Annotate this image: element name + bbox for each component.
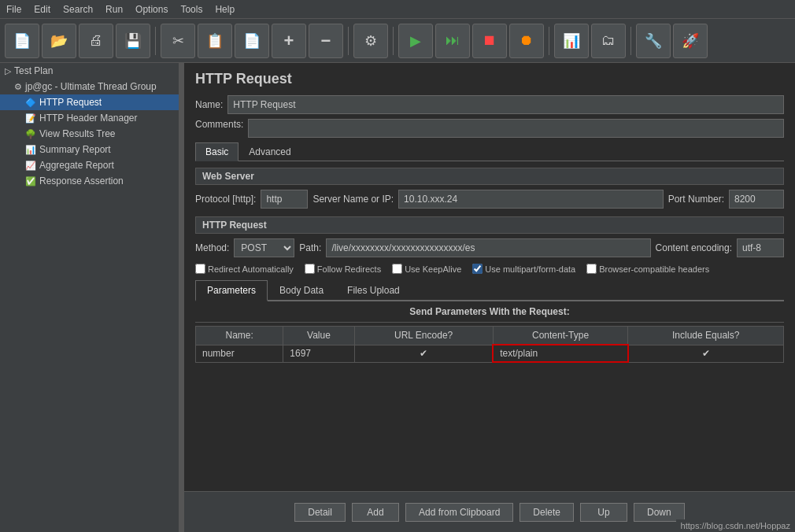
sidebar-item-summary-report[interactable]: 📊 Summary Report bbox=[0, 142, 179, 157]
test-plan-icon: ▷ bbox=[5, 66, 11, 76]
encoding-input[interactable] bbox=[737, 238, 784, 257]
sidebar-item-http-header[interactable]: 📝 HTTP Header Manager bbox=[0, 110, 179, 126]
view-results-icon: 🌳 bbox=[25, 129, 36, 139]
menubar: File Edit Search Run Options Tools Help bbox=[0, 0, 795, 19]
menu-edit[interactable]: Edit bbox=[28, 2, 57, 17]
use-keepalive-checkbox[interactable]: Use KeepAlive bbox=[392, 264, 461, 274]
server-row: Protocol [http]: Server Name or IP: Port… bbox=[195, 190, 784, 209]
new-button[interactable]: 📄 bbox=[5, 24, 39, 58]
toggle-button[interactable]: ⚙ bbox=[353, 24, 388, 58]
server-label: Server Name or IP: bbox=[312, 194, 394, 205]
protocol-input[interactable] bbox=[261, 190, 308, 209]
thread-group-icon: ⚙ bbox=[14, 82, 22, 92]
save-template-button[interactable]: 🖨 bbox=[79, 24, 113, 58]
menu-file[interactable]: File bbox=[0, 2, 28, 17]
sidebar-label-response-assertion: Response Assertion bbox=[39, 175, 124, 187]
browser-compat-checkbox[interactable]: Browser-compatible headers bbox=[586, 264, 709, 274]
cell-url-encode: ✔ bbox=[354, 345, 493, 362]
comments-input[interactable] bbox=[248, 119, 784, 138]
tab-advanced[interactable]: Advanced bbox=[238, 142, 301, 161]
sidebar-label-http-header: HTTP Header Manager bbox=[39, 113, 138, 124]
port-input[interactable] bbox=[729, 190, 784, 209]
tab-basic[interactable]: Basic bbox=[195, 142, 238, 161]
sidebar-label-view-results: View Results Tree bbox=[39, 128, 116, 139]
help-button[interactable]: 🚀 bbox=[673, 24, 708, 58]
name-row: Name: bbox=[195, 95, 784, 114]
use-multipart-checkbox[interactable]: Use multipart/form-data bbox=[472, 264, 575, 274]
sidebar-item-view-results[interactable]: 🌳 View Results Tree bbox=[0, 126, 179, 142]
add-button[interactable]: + bbox=[272, 24, 306, 58]
http-header-icon: 📝 bbox=[25, 113, 36, 124]
aggregate-report-icon: 📈 bbox=[25, 161, 36, 171]
cell-content-type[interactable]: text/plain bbox=[493, 345, 628, 362]
up-button[interactable]: Up bbox=[580, 503, 627, 522]
method-select[interactable]: POST GET PUT DELETE bbox=[234, 238, 294, 257]
redirect-auto-checkbox[interactable]: Redirect Automatically bbox=[195, 264, 294, 274]
sub-tab-files-upload[interactable]: Files Upload bbox=[335, 280, 412, 300]
separator-2 bbox=[348, 27, 349, 55]
sidebar-item-test-plan[interactable]: ▷ Test Plan bbox=[0, 63, 179, 79]
sidebar-item-thread-group[interactable]: ⚙ jp@gc - Ultimate Thread Group bbox=[0, 79, 179, 94]
menu-help[interactable]: Help bbox=[209, 2, 241, 17]
sidebar-item-http-request[interactable]: 🔷 HTTP Request bbox=[0, 94, 179, 110]
menu-run[interactable]: Run bbox=[99, 2, 129, 17]
protocol-label: Protocol [http]: bbox=[195, 194, 256, 205]
paste-button[interactable]: 📄 bbox=[235, 24, 269, 58]
start-no-pause-button[interactable]: ⏭ bbox=[435, 24, 470, 58]
name-label: Name: bbox=[195, 99, 223, 110]
checkbox-row: Redirect Automatically Follow Redirects … bbox=[195, 264, 784, 274]
summary-report-icon: 📊 bbox=[25, 145, 36, 155]
remove-button[interactable]: − bbox=[309, 24, 343, 58]
remote-report-button[interactable]: 🗂 bbox=[591, 24, 626, 58]
content-area: HTTP Request Name: Comments: Basic Advan… bbox=[184, 63, 795, 532]
status-url: https://blog.csdn.net/Hoppaz bbox=[681, 521, 790, 530]
sidebar-label-aggregate-report: Aggregate Report bbox=[39, 160, 114, 171]
separator-1 bbox=[155, 27, 156, 55]
menu-search[interactable]: Search bbox=[57, 2, 99, 17]
delete-button[interactable]: Delete bbox=[520, 503, 574, 522]
add-clipboard-button[interactable]: Add from Clipboard bbox=[405, 503, 513, 522]
separator-5 bbox=[630, 27, 631, 55]
report-button[interactable]: 📊 bbox=[554, 24, 589, 58]
function-helper-button[interactable]: 🔧 bbox=[636, 24, 671, 58]
cell-value: 1697 bbox=[283, 345, 354, 362]
sidebar-label-summary-report: Summary Report bbox=[39, 144, 111, 155]
params-send-header: Send Parameters With the Request: bbox=[195, 301, 784, 323]
path-input[interactable] bbox=[326, 238, 650, 257]
detail-button[interactable]: Detail bbox=[294, 503, 346, 522]
port-label: Port Number: bbox=[668, 194, 724, 205]
col-content-type: Content-Type bbox=[493, 327, 628, 345]
comments-label: Comments: bbox=[195, 119, 243, 130]
cut-button[interactable]: ✂ bbox=[161, 24, 195, 58]
start-button[interactable]: ▶ bbox=[398, 24, 433, 58]
menu-options[interactable]: Options bbox=[129, 2, 174, 17]
shutdown-button[interactable]: ⏺ bbox=[509, 24, 544, 58]
separator-3 bbox=[393, 27, 394, 55]
down-button[interactable]: Down bbox=[634, 503, 685, 522]
save-button[interactable]: 💾 bbox=[116, 24, 150, 58]
menu-tools[interactable]: Tools bbox=[174, 2, 209, 17]
main-layout: ▷ Test Plan ⚙ jp@gc - Ultimate Thread Gr… bbox=[0, 63, 795, 532]
sidebar-item-aggregate-report[interactable]: 📈 Aggregate Report bbox=[0, 157, 179, 173]
sidebar-item-response-assertion[interactable]: ✅ Response Assertion bbox=[0, 173, 179, 189]
page-title: HTTP Request bbox=[195, 71, 784, 87]
col-value: Value bbox=[283, 327, 354, 345]
path-label: Path: bbox=[299, 242, 321, 253]
follow-redirects-checkbox[interactable]: Follow Redirects bbox=[305, 264, 381, 274]
add-param-button[interactable]: Add bbox=[352, 503, 399, 522]
sub-tabs-bar: Parameters Body Data Files Upload bbox=[195, 280, 784, 301]
sub-tab-parameters[interactable]: Parameters bbox=[195, 280, 268, 301]
stop-button[interactable]: ⏹ bbox=[472, 24, 507, 58]
http-request-icon: 🔷 bbox=[25, 98, 36, 108]
name-input[interactable] bbox=[227, 95, 784, 114]
copy-button[interactable]: 📋 bbox=[198, 24, 232, 58]
comments-row: Comments: bbox=[195, 119, 784, 138]
cell-name: number bbox=[196, 345, 283, 362]
open-button[interactable]: 📂 bbox=[42, 24, 76, 58]
http-request-header: HTTP Request bbox=[195, 216, 784, 234]
sub-tab-body-data[interactable]: Body Data bbox=[268, 280, 335, 300]
sidebar-label-test-plan: Test Plan bbox=[14, 65, 53, 76]
col-include-equals: Include Equals? bbox=[628, 327, 784, 345]
server-input[interactable] bbox=[398, 190, 664, 209]
col-name: Name: bbox=[196, 327, 283, 345]
